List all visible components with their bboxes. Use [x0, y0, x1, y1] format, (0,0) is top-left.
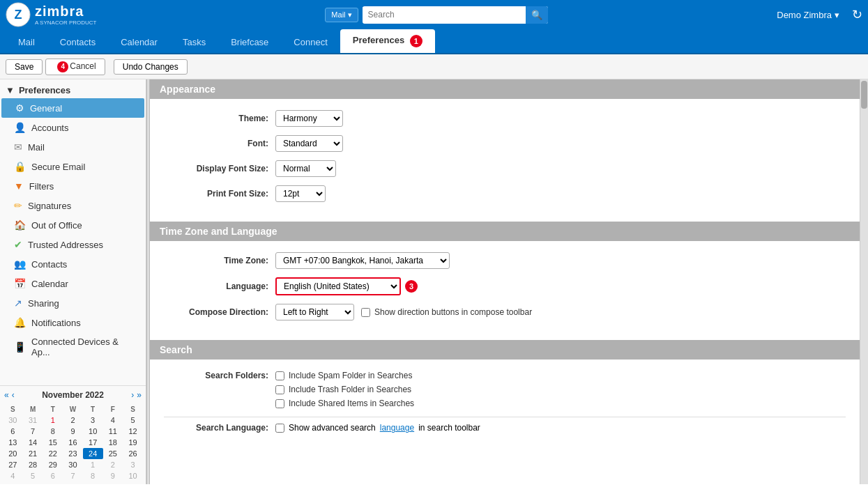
- cal-prev-prev-button[interactable]: «: [3, 389, 10, 401]
- sidebar-item-signatures[interactable]: ✏ Signatures: [0, 196, 146, 215]
- cal-next-next-button[interactable]: »: [135, 389, 143, 401]
- sidebar-item-trusted-addresses[interactable]: ✔ Trusted Addresses: [0, 235, 146, 254]
- calendar-day[interactable]: 15: [43, 437, 63, 448]
- calendar-day[interactable]: 7: [23, 426, 43, 437]
- display-font-size-row: Display Font Size: Small Normal Large La…: [164, 160, 846, 177]
- sidebar-item-notifications[interactable]: 🔔 Notifications: [0, 313, 146, 332]
- calendar-day[interactable]: 13: [3, 437, 23, 448]
- calendar-day[interactable]: 9: [103, 470, 123, 481]
- calendar-day[interactable]: 4: [3, 470, 23, 481]
- cancel-button[interactable]: 4Cancel: [45, 59, 105, 75]
- calendar-day[interactable]: 16: [63, 437, 83, 448]
- theme-select[interactable]: Harmony Carbon Bare: [275, 110, 343, 127]
- calendar-day[interactable]: 3: [123, 459, 143, 470]
- calendar-day[interactable]: 2: [63, 415, 83, 426]
- calendar-day[interactable]: 29: [43, 459, 63, 470]
- refresh-button[interactable]: ↻: [852, 7, 862, 22]
- calendar-day[interactable]: 12: [123, 426, 143, 437]
- calendar-day[interactable]: 25: [103, 448, 123, 459]
- include-shared-label: Include Shared Items in Searches: [275, 399, 414, 408]
- sidebar-item-sharing[interactable]: ↗ Sharing: [0, 293, 146, 313]
- filters-icon: ▼: [14, 180, 24, 192]
- calendar-day[interactable]: 11: [103, 426, 123, 437]
- timezone-select[interactable]: GMT +07:00 Bangkok, Hanoi, Jakarta: [275, 252, 450, 269]
- calendar-day[interactable]: 30: [3, 415, 23, 426]
- search-language-link[interactable]: language: [380, 423, 414, 433]
- calendar-day[interactable]: 10: [83, 426, 103, 437]
- sidebar-item-filters[interactable]: ▼ Filters: [0, 176, 146, 196]
- undo-changes-button[interactable]: Undo Changes: [114, 59, 188, 75]
- print-font-size-select[interactable]: 8pt 10pt 12pt 14pt: [275, 185, 326, 202]
- sidebar-item-out-of-office[interactable]: 🏠 Out of Office: [0, 215, 146, 235]
- compose-direction-select[interactable]: Left to Right Right to Left: [275, 304, 354, 320]
- calendar-day[interactable]: 2: [103, 459, 123, 470]
- calendar-day[interactable]: 3: [83, 415, 103, 426]
- calendar-day[interactable]: 4: [103, 415, 123, 426]
- cal-day-header-sun: S: [3, 404, 23, 415]
- calendar-day[interactable]: 21: [23, 448, 43, 459]
- tab-preferences[interactable]: Preferences 1: [340, 29, 435, 53]
- tab-connect[interactable]: Connect: [281, 31, 340, 53]
- include-spam-checkbox[interactable]: [275, 371, 284, 380]
- include-shared-checkbox[interactable]: [275, 399, 284, 408]
- calendar-day[interactable]: 28: [23, 459, 43, 470]
- calendar-day[interactable]: 31: [23, 415, 43, 426]
- sidebar-item-accounts[interactable]: 👤 Accounts: [0, 118, 146, 137]
- save-button[interactable]: Save: [6, 59, 43, 75]
- sidebar-item-secure-email[interactable]: 🔒 Secure Email: [0, 157, 146, 176]
- calendar-day[interactable]: 20: [3, 448, 23, 459]
- calendar-day[interactable]: 1: [83, 459, 103, 470]
- zimbra-tagline: A SYNACOR PRODUCT: [35, 20, 96, 26]
- display-font-size-label: Display Font Size:: [164, 164, 275, 173]
- calendar-day[interactable]: 7: [63, 470, 83, 481]
- calendar-day[interactable]: 8: [83, 470, 103, 481]
- calendar-day[interactable]: 17: [83, 437, 103, 448]
- tab-mail[interactable]: Mail: [6, 31, 47, 53]
- sidebar-item-mail[interactable]: ✉ Mail: [0, 137, 146, 157]
- sidebar-item-connected-devices[interactable]: 📱 Connected Devices & Ap...: [0, 332, 146, 362]
- calendar-day[interactable]: 10: [123, 470, 143, 481]
- search-submit-button[interactable]: 🔍: [526, 6, 548, 24]
- show-direction-buttons-checkbox[interactable]: [361, 308, 370, 317]
- calendar-day[interactable]: 6: [43, 470, 63, 481]
- sidebar-header[interactable]: ▼ Preferences: [0, 79, 146, 98]
- sidebar-item-calendar[interactable]: 📅 Calendar: [0, 274, 146, 293]
- calendar-day[interactable]: 26: [123, 448, 143, 459]
- search-input[interactable]: [363, 7, 526, 22]
- language-row: Language: English (United States) French…: [164, 277, 846, 295]
- calendar-day[interactable]: 27: [3, 459, 23, 470]
- calendar-day[interactable]: 22: [43, 448, 63, 459]
- sidebar-item-contacts[interactable]: 👥 Contacts: [0, 254, 146, 274]
- calendar-day[interactable]: 6: [3, 426, 23, 437]
- tab-calendar[interactable]: Calendar: [108, 31, 170, 53]
- calendar-day[interactable]: 24: [83, 448, 103, 459]
- calendar-day[interactable]: 9: [63, 426, 83, 437]
- search-type-button[interactable]: Mail ▾: [325, 8, 358, 22]
- font-select[interactable]: Standard Modern Classic: [275, 135, 343, 152]
- calendar-day[interactable]: 30: [63, 459, 83, 470]
- sidebar-label-secure-email: Secure Email: [31, 162, 85, 172]
- user-area: Demo Zimbra ▾: [777, 10, 839, 20]
- calendar-day[interactable]: 5: [23, 470, 43, 481]
- calendar-day[interactable]: 5: [123, 415, 143, 426]
- trusted-addresses-icon: ✔: [14, 239, 22, 250]
- tab-tasks[interactable]: Tasks: [170, 31, 218, 53]
- tab-briefcase[interactable]: Briefcase: [218, 31, 281, 53]
- display-font-size-select[interactable]: Small Normal Large Larger: [275, 160, 336, 177]
- language-select[interactable]: English (United States) French German Sp…: [275, 277, 401, 295]
- cal-prev-button[interactable]: ‹: [10, 389, 16, 401]
- right-scrollbar[interactable]: [860, 79, 868, 484]
- calendar-day[interactable]: 1: [43, 415, 63, 426]
- mail-icon: ✉: [14, 141, 22, 153]
- include-trash-checkbox[interactable]: [275, 385, 284, 394]
- search-language-checkbox[interactable]: [275, 424, 284, 433]
- cal-next-button[interactable]: ›: [130, 389, 135, 401]
- calendar-day[interactable]: 18: [103, 437, 123, 448]
- calendar-day[interactable]: 8: [43, 426, 63, 437]
- include-spam-text: Include Spam Folder in Searches: [289, 371, 412, 380]
- tab-contacts[interactable]: Contacts: [47, 31, 108, 53]
- sidebar-item-general[interactable]: ⚙ General: [1, 98, 144, 118]
- calendar-day[interactable]: 23: [63, 448, 83, 459]
- calendar-day[interactable]: 19: [123, 437, 143, 448]
- calendar-day[interactable]: 14: [23, 437, 43, 448]
